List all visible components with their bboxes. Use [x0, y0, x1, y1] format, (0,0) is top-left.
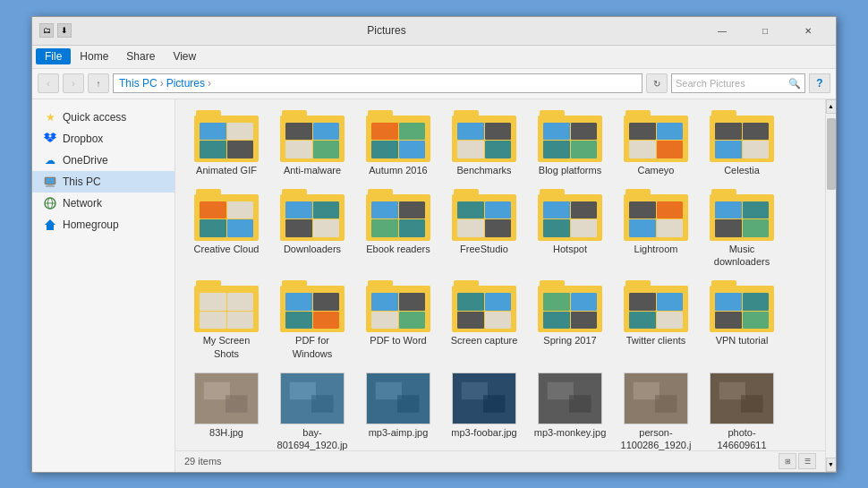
quick-access-icon[interactable]: ⬇	[57, 23, 72, 38]
breadcrumb-sep2: ›	[208, 77, 211, 90]
image-item[interactable]: 83H.jpg	[186, 369, 267, 450]
image-name: person-1100286_1920.jpg	[619, 426, 693, 450]
folder-item[interactable]: Benchmarks	[444, 107, 524, 180]
scroll-up-button[interactable]: ▲	[826, 99, 837, 114]
folder-item[interactable]: VPN tutorial	[702, 277, 782, 364]
title-bar: 🗂 ⬇ Pictures — □ ✕	[32, 17, 836, 46]
image-thumbnail	[280, 372, 345, 424]
scroll-thumb[interactable]	[827, 118, 836, 190]
view-buttons: ⊞ ☰	[779, 453, 816, 469]
folder-icon	[280, 189, 345, 241]
image-item[interactable]: bay-801694_1920.jpg	[272, 369, 353, 450]
up-button[interactable]: ↑	[88, 73, 109, 93]
large-icon-view-button[interactable]: ⊞	[779, 453, 796, 469]
folder-item[interactable]: Ebook readers	[358, 185, 438, 272]
folder-icon	[452, 189, 516, 241]
scrollbar: ▲ ▼	[825, 99, 836, 472]
image-item[interactable]: person-1100286_1920.jpg	[616, 369, 696, 450]
forward-button[interactable]: ›	[63, 73, 84, 93]
file-area: Animated GIF Anti-malware	[175, 99, 825, 472]
folder-item[interactable]: Downloaders	[272, 185, 353, 272]
menu-view[interactable]: View	[164, 48, 205, 64]
menu-file[interactable]: File	[36, 48, 71, 64]
minimize-button[interactable]: —	[702, 20, 743, 41]
sidebar: ★ Quick access Dropbox ☁ OneDrive	[32, 99, 175, 472]
folder-item[interactable]: Celestia	[702, 107, 782, 180]
folder-name: PDF to Word	[370, 334, 426, 347]
image-thumbnail	[366, 372, 430, 424]
folder-name: Twitter clients	[626, 334, 686, 347]
sidebar-item-dropbox[interactable]: Dropbox	[32, 128, 174, 150]
onedrive-icon: ☁	[43, 153, 57, 167]
image-name: mp3-aimp.jpg	[369, 426, 429, 439]
folder-item[interactable]: Anti-malware	[272, 107, 353, 180]
folder-icon	[280, 110, 345, 162]
folder-item[interactable]: My Screen Shots	[186, 277, 267, 364]
folder-icon	[624, 280, 688, 332]
image-name: 83H.jpg	[209, 426, 243, 439]
folder-icon	[280, 280, 345, 332]
maximize-button[interactable]: □	[745, 20, 786, 41]
folder-item[interactable]: PDF to Word	[358, 277, 438, 364]
sidebar-item-homegroup[interactable]: Homegroup	[32, 214, 174, 235]
sidebar-label-onedrive: OneDrive	[63, 154, 108, 167]
svg-rect-6	[47, 178, 54, 184]
folder-name: Music downloaders	[705, 243, 779, 269]
folder-icon	[710, 280, 774, 332]
folder-item[interactable]: PDF for Windows	[272, 277, 353, 364]
help-button[interactable]: ?	[809, 73, 830, 93]
folder-item[interactable]: FreeStudio	[444, 185, 524, 272]
folder-icon	[710, 189, 774, 241]
image-item[interactable]: mp3-monkey.jpg	[530, 369, 610, 450]
folder-icon	[366, 189, 430, 241]
folder-item[interactable]: Music downloaders	[702, 185, 782, 272]
back-button[interactable]: ‹	[38, 73, 59, 93]
sidebar-item-onedrive[interactable]: ☁ OneDrive	[32, 150, 174, 171]
sidebar-item-quickaccess[interactable]: ★ Quick access	[32, 107, 174, 128]
folder-item[interactable]: Twitter clients	[616, 277, 696, 364]
sidebar-label-homegroup: Homegroup	[63, 218, 119, 231]
folder-name: Downloaders	[284, 243, 341, 255]
sidebar-label-dropbox: Dropbox	[63, 133, 103, 145]
folder-item[interactable]: Hotspot	[530, 185, 610, 272]
folder-name: Blog platforms	[539, 164, 601, 176]
address-path[interactable]: This PC › Pictures ›	[113, 73, 642, 93]
folder-item[interactable]: Animated GIF	[186, 107, 267, 180]
folder-item[interactable]: Blog platforms	[530, 107, 610, 180]
close-button[interactable]: ✕	[787, 20, 829, 41]
sidebar-label-network: Network	[63, 197, 102, 210]
folder-icon	[366, 280, 430, 332]
folder-item[interactable]: Creative Cloud	[186, 185, 267, 272]
breadcrumb-thispc[interactable]: This PC	[119, 77, 157, 90]
sidebar-item-thispc[interactable]: This PC	[32, 171, 174, 193]
image-item[interactable]: photo-146609611 5517-bceecbfb6f de.jpg	[702, 369, 782, 450]
folder-icon	[452, 280, 516, 332]
menu-share[interactable]: Share	[117, 48, 164, 64]
search-box[interactable]: Search Pictures 🔍	[671, 73, 805, 93]
image-item[interactable]: mp3-foobar.jpg	[444, 369, 524, 450]
folder-name: Benchmarks	[456, 164, 511, 176]
folder-item[interactable]: Spring 2017	[530, 277, 610, 364]
menu-home[interactable]: Home	[71, 48, 117, 64]
breadcrumb-pictures[interactable]: Pictures	[166, 77, 205, 90]
details-view-button[interactable]: ☰	[798, 453, 816, 469]
window-title: Pictures	[72, 24, 702, 37]
folder-icon	[538, 189, 602, 241]
folder-item[interactable]: Screen capture	[444, 277, 524, 364]
sidebar-item-network[interactable]: Network	[32, 193, 174, 214]
image-thumbnail	[538, 372, 602, 424]
folder-item[interactable]: Lightroom	[616, 185, 696, 272]
image-name: photo-146609611 5517-bceecbfb6f de.jpg	[705, 426, 779, 450]
scroll-down-button[interactable]: ▼	[826, 458, 837, 472]
svg-rect-8	[46, 185, 55, 186]
folder-item[interactable]: Cameyo	[616, 107, 696, 180]
folder-name: My Screen Shots	[190, 334, 263, 360]
folder-name: Spring 2017	[543, 334, 596, 347]
window-controls: — □ ✕	[702, 20, 829, 41]
folder-item[interactable]: Autumn 2016	[358, 107, 438, 180]
folder-icon	[624, 189, 688, 241]
star-icon: ★	[43, 110, 57, 124]
image-item[interactable]: mp3-aimp.jpg	[358, 369, 438, 450]
refresh-button[interactable]: ↻	[646, 73, 668, 93]
image-thumbnail	[710, 372, 774, 424]
